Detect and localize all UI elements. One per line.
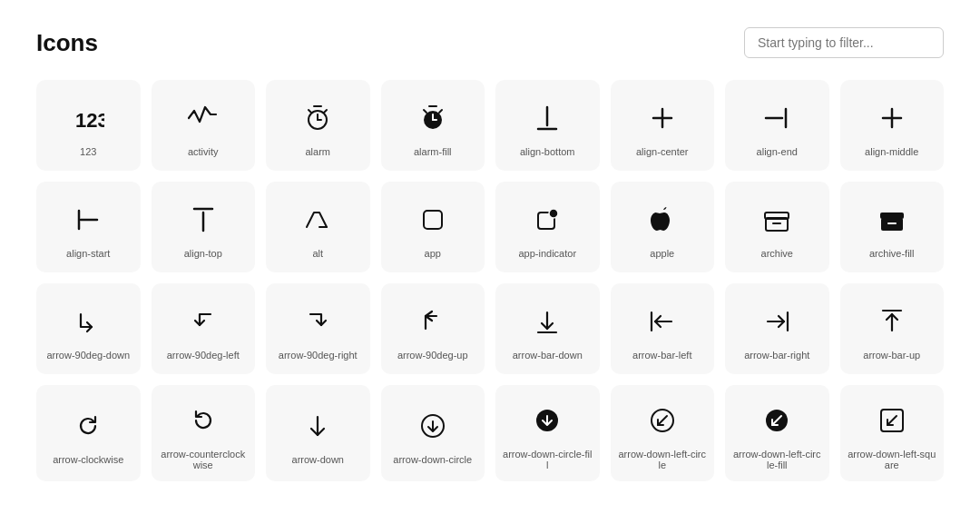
arrow-clockwise-label: arrow-clockwise (53, 454, 123, 465)
arrow-bar-down-icon (531, 302, 564, 341)
arrow-90deg-up-label: arrow-90deg-up (397, 350, 468, 361)
icon-card-align-top[interactable]: align-top (152, 182, 256, 272)
icon-card-arrow-bar-up[interactable]: arrow-bar-up (840, 283, 945, 374)
svg-text:123: 123 (75, 109, 104, 132)
svg-rect-33 (880, 213, 904, 219)
arrow-90deg-down-icon (72, 302, 104, 341)
icon-card-alt[interactable]: alt (266, 182, 370, 272)
icon-card-arrow-down-left-square[interactable]: arrow-down-left-square (840, 385, 945, 481)
icon-card-archive[interactable]: archive (725, 182, 829, 272)
align-start-label: align-start (66, 248, 110, 259)
arrow-90deg-right-icon (301, 302, 334, 341)
123-label: 123 (80, 146, 96, 157)
apple-label: apple (650, 248, 674, 259)
icon-card-arrow-90deg-up[interactable]: arrow-90deg-up (381, 283, 485, 374)
arrow-down-left-square-label: arrow-down-left-square (848, 449, 937, 470)
align-center-label: align-center (636, 146, 688, 157)
archive-fill-icon (876, 201, 908, 239)
align-start-icon (72, 201, 104, 239)
arrow-down-left-circle-label: arrow-down-left-circle (618, 449, 708, 470)
align-end-icon (760, 99, 793, 137)
arrow-bar-up-label: arrow-bar-up (863, 350, 920, 361)
arrow-90deg-right-label: arrow-90deg-right (279, 350, 358, 361)
app-indicator-label: app-indicator (518, 248, 576, 259)
svg-point-28 (549, 209, 558, 218)
arrow-90deg-up-icon (416, 302, 449, 341)
svg-line-4 (309, 110, 311, 113)
icon-card-apple[interactable]: apple (611, 182, 715, 272)
arrow-bar-left-label: arrow-bar-left (632, 350, 691, 361)
arrow-bar-up-icon (876, 302, 908, 341)
arrow-down-left-circle-fill-label: arrow-down-left-circle-fill (732, 449, 822, 470)
icon-card-arrow-down[interactable]: arrow-down (266, 385, 370, 481)
icon-card-align-end[interactable]: align-end (725, 80, 829, 171)
arrow-bar-down-label: arrow-bar-down (513, 350, 583, 361)
align-bottom-label: align-bottom (520, 146, 575, 157)
svg-line-53 (887, 416, 897, 425)
svg-rect-26 (424, 211, 442, 229)
icon-card-123[interactable]: 123123 (36, 80, 141, 171)
arrow-down-left-circle-fill-icon (760, 401, 793, 440)
arrow-down-left-circle-icon (646, 401, 679, 440)
arrow-down-circle-label: arrow-down-circle (393, 454, 472, 465)
arrow-down-circle-icon (416, 407, 449, 445)
svg-line-5 (324, 110, 327, 113)
page-title: Icons (36, 29, 98, 57)
icon-card-arrow-down-circle[interactable]: arrow-down-circle (381, 385, 485, 481)
icon-card-archive-fill[interactable]: archive-fill (840, 182, 945, 272)
icon-card-arrow-down-circle-fill[interactable]: arrow-down-circle-fill (495, 385, 600, 481)
arrow-counterclockwise-icon (187, 401, 220, 440)
arrow-clockwise-icon (72, 407, 104, 445)
arrow-down-icon (301, 407, 334, 445)
icon-card-align-center[interactable]: align-center (611, 80, 715, 171)
filter-input[interactable] (744, 27, 944, 58)
icon-card-alarm[interactable]: alarm (266, 80, 370, 171)
align-middle-icon (876, 99, 908, 137)
align-bottom-icon (531, 99, 564, 137)
icon-card-arrow-90deg-right[interactable]: arrow-90deg-right (266, 283, 370, 374)
align-top-label: align-top (184, 248, 222, 259)
arrow-down-circle-fill-icon (531, 401, 564, 440)
alarm-fill-label: alarm-fill (414, 146, 452, 157)
arrow-90deg-left-icon (187, 302, 220, 341)
apple-icon (646, 201, 679, 239)
icons-grid: 123123activityalarmalarm-fillalign-botto… (36, 80, 944, 481)
icon-card-arrow-bar-left[interactable]: arrow-bar-left (611, 283, 715, 374)
archive-icon (760, 201, 793, 239)
alarm-icon (301, 99, 334, 137)
icon-card-arrow-clockwise[interactable]: arrow-clockwise (36, 385, 141, 481)
123-icon: 123 (72, 99, 104, 137)
icon-card-align-bottom[interactable]: align-bottom (495, 80, 600, 171)
icon-card-arrow-90deg-down[interactable]: arrow-90deg-down (36, 283, 141, 374)
icon-card-app[interactable]: app (381, 182, 485, 272)
activity-icon (187, 99, 220, 137)
icon-card-arrow-bar-right[interactable]: arrow-bar-right (725, 283, 829, 374)
alt-icon (301, 201, 334, 239)
activity-label: activity (188, 146, 219, 157)
icon-card-arrow-down-left-circle-fill[interactable]: arrow-down-left-circle-fill (725, 385, 829, 481)
icon-card-activity[interactable]: activity (152, 80, 256, 171)
arrow-bar-left-icon (646, 302, 679, 341)
app-label: app (425, 248, 441, 259)
align-middle-label: align-middle (865, 146, 918, 157)
arrow-down-left-square-icon (876, 401, 908, 440)
icon-card-align-start[interactable]: align-start (36, 182, 141, 272)
arrow-90deg-left-label: arrow-90deg-left (167, 350, 240, 361)
icon-card-align-middle[interactable]: align-middle (840, 80, 945, 171)
icon-card-arrow-90deg-left[interactable]: arrow-90deg-left (152, 283, 256, 374)
icon-card-arrow-counterclockwise[interactable]: arrow-counterclockwise (152, 385, 256, 481)
alarm-label: alarm (305, 146, 330, 157)
icon-card-arrow-bar-down[interactable]: arrow-bar-down (495, 283, 600, 374)
alarm-fill-icon (416, 99, 449, 137)
arrow-bar-right-icon (760, 302, 793, 341)
icon-card-app-indicator[interactable]: app-indicator (495, 182, 600, 272)
app-icon (416, 201, 449, 239)
arrow-90deg-down-label: arrow-90deg-down (46, 350, 130, 361)
align-top-icon (187, 201, 220, 239)
arrow-down-label: arrow-down (292, 454, 344, 465)
app-indicator-icon (531, 201, 564, 239)
icon-card-arrow-down-left-circle[interactable]: arrow-down-left-circle (611, 385, 715, 481)
svg-line-11 (439, 110, 442, 113)
arrow-counterclockwise-label: arrow-counterclockwise (159, 449, 249, 470)
icon-card-alarm-fill[interactable]: alarm-fill (381, 80, 485, 171)
